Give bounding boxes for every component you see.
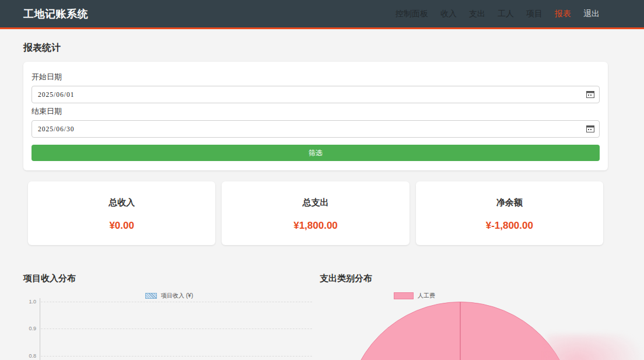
income-chart-y-axis [40, 298, 40, 360]
start-date-label: 开始日期 [32, 72, 600, 82]
main-nav: 控制面板 收入 支出 工人 项目 报表 退出 [396, 8, 600, 19]
filter-button[interactable]: 筛选 [32, 145, 600, 161]
total-expense-title: 总支出 [222, 197, 409, 208]
summary-cards-row: 总收入 ¥0.00 总支出 ¥1,800.00 净余额 ¥-1,800.00 [28, 181, 603, 245]
nav-item-expense[interactable]: 支出 [469, 9, 485, 18]
start-date-wrap [32, 86, 600, 103]
total-income-title: 总收入 [28, 197, 215, 208]
net-balance-card: 净余额 ¥-1,800.00 [416, 181, 603, 245]
net-balance-value: ¥-1,800.00 [416, 220, 603, 232]
nav-item-workers[interactable]: 工人 [498, 9, 514, 18]
gridline [41, 302, 312, 302]
y-tick: 0.8 [18, 353, 36, 359]
page-title: 报表统计 [23, 42, 608, 54]
expense-chart-title: 支出类别分布 [320, 273, 372, 284]
expense-chart-legend[interactable]: 人工费 [394, 292, 435, 300]
nav-item-logout[interactable]: 退出 [583, 9, 600, 18]
end-date-label: 结束日期 [32, 106, 600, 117]
calendar-icon[interactable] [586, 90, 594, 98]
date-filter-card: 开始日期 结束日期 筛选 [23, 62, 608, 170]
app-title: 工地记账系统 [23, 7, 88, 21]
income-legend-swatch [145, 293, 157, 299]
start-date-input[interactable] [32, 86, 600, 103]
calendar-icon[interactable] [586, 125, 594, 132]
total-income-value: ¥0.00 [28, 220, 215, 232]
nav-item-reports[interactable]: 报表 [555, 9, 571, 18]
expense-legend-swatch [394, 292, 414, 299]
total-expense-card: 总支出 ¥1,800.00 [222, 181, 409, 245]
nav-links: 控制面板 收入 支出 工人 项目 报表 退出 [396, 8, 600, 19]
y-tick: 1.0 [18, 299, 36, 305]
gridline [41, 356, 312, 356]
nav-item-dashboard[interactable]: 控制面板 [396, 9, 428, 18]
y-tick: 0.9 [18, 326, 36, 331]
end-date-input[interactable] [32, 120, 600, 138]
pie-slice-divider [460, 302, 461, 360]
main-content: 报表统计 开始日期 结束日期 筛选 总收入 [0, 42, 644, 245]
income-legend-label: 项目收入 (¥) [161, 292, 193, 300]
income-chart-title: 项目收入分布 [23, 273, 76, 284]
charts-row: 项目收入分布 项目收入 (¥) 1.0 0.9 0.8 支出类别分布 人工费 [0, 269, 644, 360]
total-income-card: 总收入 ¥0.00 [28, 181, 215, 245]
net-balance-title: 净余额 [416, 197, 603, 208]
gridline [41, 328, 312, 329]
end-date-wrap [32, 120, 600, 138]
income-chart-legend[interactable]: 项目收入 (¥) [145, 292, 193, 300]
top-navbar: 工地记账系统 控制面板 收入 支出 工人 项目 报表 退出 [0, 0, 644, 29]
expense-legend-label: 人工费 [418, 292, 435, 300]
nav-item-income[interactable]: 收入 [440, 9, 457, 18]
nav-item-projects[interactable]: 项目 [526, 9, 542, 18]
pie-glow [547, 334, 644, 360]
total-expense-value: ¥1,800.00 [222, 220, 409, 232]
